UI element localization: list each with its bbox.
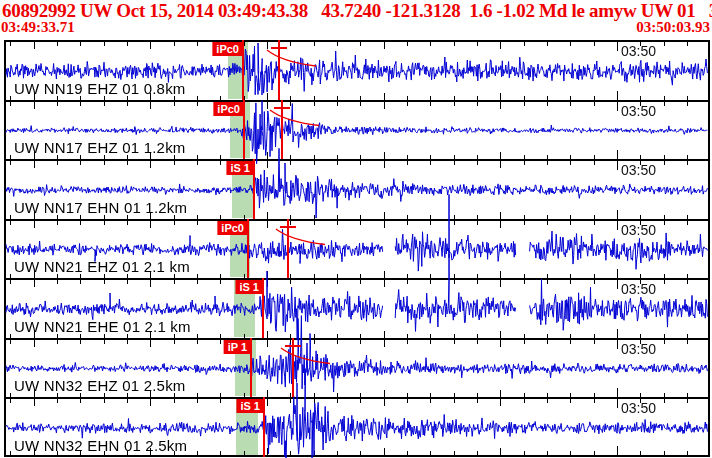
coda-cross-icon bbox=[271, 47, 287, 49]
time-tick-label: 03:50 bbox=[621, 222, 656, 238]
coda-pick-line[interactable] bbox=[292, 338, 294, 397]
coda-pick-line[interactable] bbox=[281, 100, 283, 159]
time-tick-label: 03:50 bbox=[621, 103, 656, 119]
event-summary-header: 60892992 UW Oct 15, 2014 03:49:43.38 43.… bbox=[2, 0, 712, 22]
time-tick-label: 03:50 bbox=[621, 341, 656, 357]
coda-cross-icon bbox=[280, 226, 296, 228]
trace-panel-nn21-ehe[interactable]: iS 1 03:50 UW NN21 EHE 01 2.1 km bbox=[6, 278, 708, 338]
window-start-time: 03:49:33.71 bbox=[1, 19, 75, 36]
phase-pick-flag[interactable]: iS 1 bbox=[235, 280, 263, 294]
phase-pick-flag[interactable]: iPc0 bbox=[217, 221, 248, 235]
time-tick-label: 03:50 bbox=[621, 162, 656, 178]
seismogram-viewer: 60892992 UW Oct 15, 2014 03:49:43.38 43.… bbox=[0, 0, 712, 458]
station-label: UW NN21 EHE 01 2.1 km bbox=[14, 318, 191, 335]
trace-panel-nn17-ehz[interactable]: iPc0 03:50 UW NN17 EHZ 01 1.2km bbox=[6, 100, 708, 159]
station-label: UW NN19 EHZ 01 0.8km bbox=[14, 80, 186, 97]
station-label: UW NN32 EHN 01 2.5km bbox=[14, 437, 187, 454]
coda-cross-icon bbox=[274, 107, 290, 109]
phase-pick-flag[interactable]: iPc0 bbox=[213, 102, 244, 116]
trace-panel-nn32-ehn[interactable]: iS 1 03:50 UW NN32 EHN 01 2.5km bbox=[6, 397, 708, 457]
time-tick-label: 03:50 bbox=[621, 400, 656, 416]
station-label: UW NN32 EHZ 01 2.5km bbox=[14, 377, 186, 394]
trace-panel-nn32-ehz[interactable]: iP 1 03:50 UW NN32 EHZ 01 2.5km bbox=[6, 338, 708, 397]
window-end-time: 03:50:03.93 bbox=[636, 19, 710, 36]
time-tick-label: 03:50 bbox=[621, 43, 656, 59]
trace-panel-nn19-ehz[interactable]: iPc0 03:50 UW NN19 EHZ 01 0.8km bbox=[6, 40, 708, 100]
station-label: UW NN17 EHN 01 1.2km bbox=[14, 199, 187, 216]
coda-pick-line[interactable] bbox=[287, 219, 289, 278]
coda-cross-icon bbox=[285, 345, 301, 347]
phase-pick-flag[interactable]: iS 1 bbox=[226, 161, 254, 175]
phase-pick-flag[interactable]: iS 1 bbox=[236, 399, 264, 413]
time-tick-label: 03:50 bbox=[621, 281, 656, 297]
phase-pick-flag[interactable]: iPc0 bbox=[212, 42, 243, 56]
phase-pick-flag[interactable]: iP 1 bbox=[224, 340, 251, 354]
coda-pick-line[interactable] bbox=[278, 40, 280, 100]
trace-panel-nn21-ehz[interactable]: iPc0 03:50 UW NN21 EHZ 01 2.1 km bbox=[6, 219, 708, 278]
trace-panel-nn17-ehn[interactable]: iS 1 03:50 UW NN17 EHN 01 1.2km bbox=[6, 159, 708, 219]
station-label: UW NN17 EHZ 01 1.2km bbox=[14, 139, 186, 156]
station-label: UW NN21 EHZ 01 2.1 km bbox=[14, 258, 190, 275]
